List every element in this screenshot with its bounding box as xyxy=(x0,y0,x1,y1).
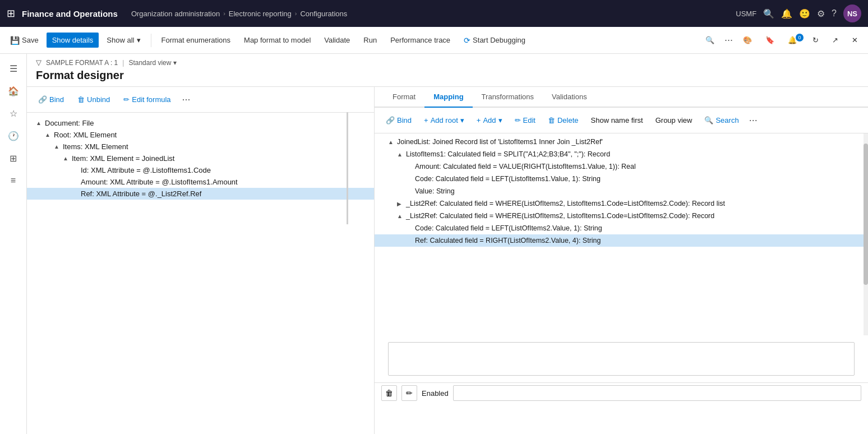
show-details-button[interactable]: Show details xyxy=(47,33,99,48)
mapping-item[interactable]: ▲ ListofItems1: Calculated field = SPLIT… xyxy=(375,148,868,160)
mapping-toolbar: 🔗 Bind + Add root ▾ + Add ▾ ✏ xyxy=(375,108,868,133)
resize-handle[interactable] xyxy=(347,112,348,224)
edit-button[interactable]: ✏ Edit xyxy=(510,114,540,127)
mapping-item-selected[interactable]: Ref: Calculated field = RIGHT(ListOfItem… xyxy=(375,234,868,247)
sample-format-label: SAMPLE FORMAT A : 1 xyxy=(46,59,118,67)
formula-label: Enabled xyxy=(422,389,449,398)
search-nav-icon[interactable]: 🔍 xyxy=(763,8,774,19)
toolbar-search-button[interactable]: 🔍 xyxy=(700,33,720,48)
smiley-icon[interactable]: 🙂 xyxy=(799,8,810,19)
tree-item[interactable]: Amount: XML Attribute = @.ListofItems1.A… xyxy=(27,176,374,188)
tabs-row: Format Mapping Transformations Validatio… xyxy=(375,87,868,108)
filter-icon-btn[interactable]: ▽ xyxy=(36,58,41,67)
trash-icon: 🗑 xyxy=(385,389,393,398)
search-button[interactable]: 🔍 Search xyxy=(700,114,743,127)
format-enumerations-button[interactable]: Format enumerations xyxy=(156,33,237,48)
toolbar-more-icon[interactable]: ··· xyxy=(722,32,735,48)
mapping-bind-button[interactable]: 🔗 Bind xyxy=(381,114,416,127)
mapping-item[interactable]: ▶ _List2Ref: Calculated field = WHERE(Li… xyxy=(375,197,868,210)
left-panel-toolbar: 🔗 Bind 🗑 Unbind ✏ Edit formula ··· xyxy=(27,87,374,113)
favorites-nav-btn[interactable]: ☆ xyxy=(3,103,24,123)
help-icon[interactable]: ? xyxy=(832,8,837,19)
mapping-item[interactable]: ▲ JoinedList: Joined Record list of 'Lis… xyxy=(375,136,868,148)
settings-icon[interactable]: ⚙ xyxy=(817,8,825,19)
mapping-more-icon[interactable]: ··· xyxy=(747,112,760,128)
workspaces-nav-btn[interactable]: ⊞ xyxy=(3,148,24,168)
arrow-icon xyxy=(72,179,79,185)
chevron-icon-1: › xyxy=(223,10,225,17)
main-toolbar: 💾 Save Show details Show all ▾ Format en… xyxy=(0,27,868,54)
bell-icon[interactable]: 🔔 xyxy=(781,8,792,19)
plus-icon: + xyxy=(424,116,428,124)
close-icon-btn[interactable]: ✕ xyxy=(846,33,864,48)
standard-view-selector[interactable]: Standard view ▾ xyxy=(128,59,177,67)
tab-mapping[interactable]: Mapping xyxy=(424,87,472,108)
unbind-button[interactable]: 🗑 Unbind xyxy=(73,93,114,106)
add-button[interactable]: + Add ▾ xyxy=(472,114,507,127)
tree-item-selected[interactable]: Ref: XML Attribute = @._List2Ref.Ref xyxy=(27,188,374,200)
link-icon: 🔗 xyxy=(38,95,47,104)
tab-transformations[interactable]: Transformations xyxy=(473,87,543,108)
tree-item[interactable]: ▲ Root: XML Element xyxy=(27,129,374,141)
tab-validations[interactable]: Validations xyxy=(543,87,596,108)
run-button[interactable]: Run xyxy=(358,33,382,48)
tab-format[interactable]: Format xyxy=(384,87,424,108)
page-header: ▽ SAMPLE FORMAT A : 1 | Standard view ▾ … xyxy=(27,54,868,87)
show-all-button[interactable]: Show all ▾ xyxy=(101,33,146,48)
debug-icon: ⟳ xyxy=(464,36,470,45)
link-icon: 🔗 xyxy=(386,116,395,124)
tree-item[interactable]: Id: XML Attribute = @.ListofItems1.Code xyxy=(27,164,374,176)
arrow-icon xyxy=(406,188,413,195)
bookmark-icon-btn[interactable]: 🔖 xyxy=(760,33,780,48)
chevron-icon-2: › xyxy=(295,10,297,17)
mapping-item[interactable]: Value: String xyxy=(375,185,868,197)
formula-textarea[interactable] xyxy=(388,342,855,376)
breadcrumb-separator: | xyxy=(122,59,124,67)
hamburger-menu-btn[interactable]: ☰ xyxy=(3,58,24,79)
start-debugging-button[interactable]: ⟳ Start Debugging xyxy=(458,33,531,48)
home-nav-btn[interactable]: 🏠 xyxy=(3,81,24,101)
save-icon: 💾 xyxy=(10,36,20,45)
bind-button[interactable]: 🔗 Bind xyxy=(34,93,68,106)
mapping-item[interactable]: Code: Calculated field = LEFT(ListofItem… xyxy=(375,173,868,185)
arrow-icon: ▲ xyxy=(388,139,395,145)
grid-icon[interactable]: ⊞ xyxy=(7,7,15,20)
tree-item[interactable]: ▲ Item: XML Element = JoinedList xyxy=(27,153,374,164)
mapping-item[interactable]: Code: Calculated field = LEFT(ListOfItem… xyxy=(375,222,868,234)
formula-edit-btn[interactable]: ✏ xyxy=(401,385,417,401)
left-panel-more-icon[interactable]: ··· xyxy=(180,91,193,108)
scrollbar-thumb xyxy=(864,144,868,285)
open-icon-btn[interactable]: ↗ xyxy=(827,33,844,48)
modules-nav-btn[interactable]: ≡ xyxy=(3,170,24,191)
tree-item[interactable]: ▲ Document: File xyxy=(27,117,374,129)
save-button[interactable]: 💾 Save xyxy=(4,33,44,48)
formula-input[interactable] xyxy=(453,385,861,401)
notification-badge-btn[interactable]: 🔔0 xyxy=(782,33,805,48)
formula-bottom-toolbar: 🗑 ✏ Enabled xyxy=(375,382,868,403)
recent-nav-btn[interactable]: 🕐 xyxy=(3,126,24,146)
add-root-button[interactable]: + Add root ▾ xyxy=(419,114,469,127)
breadcrumb-org-admin[interactable]: Organization administration xyxy=(131,10,220,18)
palette-icon-btn[interactable]: 🎨 xyxy=(737,33,758,48)
user-avatar[interactable]: NS xyxy=(843,4,861,22)
mapping-item[interactable]: Amount: Calculated field = VALUE(RIGHT(L… xyxy=(375,160,868,173)
map-format-button[interactable]: Map format to model xyxy=(238,33,316,48)
tree-item[interactable]: ▲ Items: XML Element xyxy=(27,141,374,153)
chevron-down-icon: ▾ xyxy=(137,36,141,44)
performance-trace-button[interactable]: Performance trace xyxy=(385,33,456,48)
vertical-scrollbar[interactable] xyxy=(864,133,868,335)
main-layout: ☰ 🏠 ☆ 🕐 ⊞ ≡ ▽ SAMPLE FORMAT A : 1 | Stan… xyxy=(0,54,868,434)
edit-formula-button[interactable]: ✏ Edit formula xyxy=(119,93,175,106)
formula-delete-btn[interactable]: 🗑 xyxy=(381,385,397,401)
breadcrumb-configurations[interactable]: Configurations xyxy=(300,10,347,18)
refresh-icon-btn[interactable]: ↻ xyxy=(807,33,824,48)
delete-button[interactable]: 🗑 Delete xyxy=(543,114,583,127)
mapping-item[interactable]: ▲ _List2Ref: Calculated field = WHERE(Li… xyxy=(375,210,868,222)
page-breadcrumb: ▽ SAMPLE FORMAT A : 1 | Standard view ▾ xyxy=(36,58,859,67)
show-name-first-button[interactable]: Show name first xyxy=(587,114,648,127)
validate-button[interactable]: Validate xyxy=(318,33,355,48)
chevron-down-icon: ▾ xyxy=(498,116,502,124)
group-view-button[interactable]: Group view xyxy=(651,114,697,127)
breadcrumb-electronic-reporting[interactable]: Electronic reporting xyxy=(229,10,292,18)
company-selector[interactable]: USMF xyxy=(736,10,756,18)
